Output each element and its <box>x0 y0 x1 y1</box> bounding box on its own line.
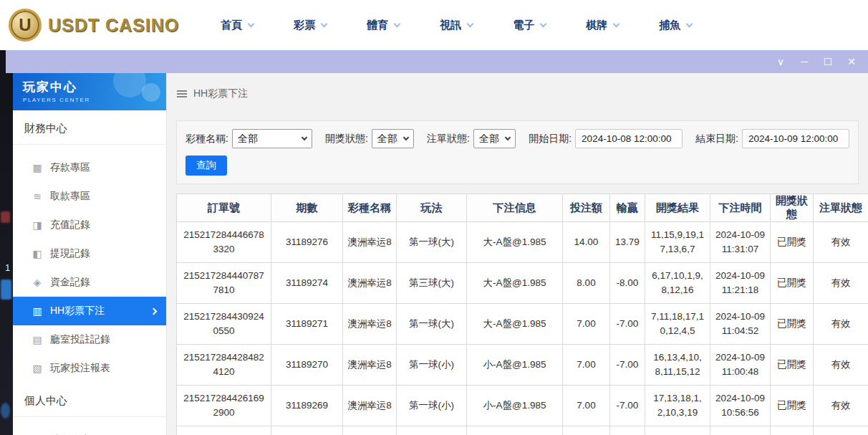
sidebar-item[interactable]: ◨ 充值記錄 <box>13 211 166 239</box>
table-row: 2152172844407877810 31189274 澳洲幸运8 第三球(大… <box>177 263 868 304</box>
cell-bet-time: 2024-10-09 10:56:56 <box>710 386 771 426</box>
nav-item-label: 棋牌 <box>586 19 607 32</box>
close-icon[interactable]: ✕ <box>842 53 861 70</box>
main-content: HH彩票下注 彩種名稱: 全部 開獎狀態: 全部 注單狀態: <box>167 73 868 435</box>
cell-draw-status: 已開獎 <box>771 263 814 304</box>
cell-order-number: 2152172844309240550 <box>177 304 271 345</box>
sidebar-item-label: 提現記錄 <box>50 247 90 260</box>
breadcrumb: HH彩票下注 <box>167 73 868 115</box>
cell-win-loss: 13.79 <box>610 222 645 263</box>
lottery-type-select[interactable]: 全部 <box>232 129 312 148</box>
cell-order-number: 2152172844261692900 <box>177 386 271 426</box>
column-header: 下注時間 <box>710 194 771 222</box>
minimize-icon[interactable]: ─ <box>795 53 814 70</box>
chevron-down-icon <box>467 21 474 28</box>
withdraw-icon: ≋ <box>30 191 44 202</box>
cell-bet-info: 大-A盤@1.985 <box>467 222 563 263</box>
select-value: 全部 <box>377 133 397 145</box>
cell-lottery-name: 澳洲幸运8 <box>343 304 397 345</box>
cell-draw-result: 11,15,9,19,17,13,6,7 <box>645 222 710 263</box>
search-button[interactable]: 查詢 <box>185 156 227 176</box>
sidebar-item[interactable]: ▥ HH彩票下注 <box>13 297 166 325</box>
cell-bet-time: 2024-10-09 11:21:18 <box>710 263 771 304</box>
bets-table: 訂單號 期數 彩種名稱 玩法 下注信息 投注額 輸贏 <box>176 193 868 435</box>
recharge-record-icon: ◨ <box>30 219 44 231</box>
cell-bet-time: 2024-10-09 11:00:48 <box>710 345 771 386</box>
finance-menu: ▦ 存款專區 ≋ 取款專區 ◨ 充值記錄 <box>13 145 166 383</box>
sidebar-item[interactable]: ▧ 玩家投注報表 <box>13 354 166 383</box>
draw-status-label: 開獎狀態: <box>325 133 368 145</box>
column-header: 彩種名稱 <box>343 194 397 222</box>
cell-order-number: 2152172844407877810 <box>177 263 271 304</box>
table-row: 2152172844284824120 31189270 澳洲幸运8 第一球(小… <box>177 345 868 386</box>
column-header: 玩法 <box>397 194 467 222</box>
column-header: 開獎狀態 <box>771 194 814 222</box>
nav-item[interactable]: 視訊 <box>440 19 473 32</box>
sidebar-item-label: 充值記錄 <box>50 219 90 231</box>
chevron-right-icon <box>150 307 158 315</box>
cell-bet-info: 大-A盤@1.985 <box>467 263 563 304</box>
page: U USDT CASINO 首頁 彩票 體育 <box>0 0 868 435</box>
chevron-down-icon <box>403 135 409 140</box>
sidebar-item-label: 存款專區 <box>50 161 90 174</box>
cell-draw-result: 7,11,18,17,10,12,4,5 <box>645 304 710 345</box>
nav-item-label: 彩票 <box>294 19 315 32</box>
cell-lottery-name: 澳洲幸运8 <box>343 222 397 263</box>
nav-item-label: 電子 <box>513 19 534 32</box>
column-header: 注單狀態 <box>814 194 868 222</box>
cell-draw-status: 已開獎 <box>771 345 814 386</box>
filter-row: 彩種名稱: 全部 開獎狀態: 全部 注單狀態: 全部 <box>185 129 849 148</box>
sidebar-item-label: 取款專區 <box>50 190 90 203</box>
sidebar-item[interactable]: ✉ 消息公告 <box>13 426 166 435</box>
cell-bet-status: 有效 <box>814 304 868 345</box>
bet-status-select[interactable]: 全部 <box>473 129 516 148</box>
cell-lottery-name: 澳洲幸运8 <box>343 386 397 426</box>
section-label-personal: 個人中心 <box>13 383 166 417</box>
nav-item[interactable]: 體育 <box>367 19 400 32</box>
cell-period: 31189271 <box>271 304 343 345</box>
withdrawal-record-icon: ◧ <box>30 248 44 259</box>
end-date-input[interactable] <box>742 129 849 148</box>
nav-item[interactable]: 捕魚 <box>659 19 692 32</box>
players-center-header: 玩家中心 PLAYERS CENTER <box>13 73 166 110</box>
nav-item[interactable]: 首頁 <box>221 19 254 32</box>
nav-item-label: 視訊 <box>440 19 461 32</box>
column-header: 開獎結果 <box>645 194 710 222</box>
collapse-icon[interactable]: ∨ <box>771 53 790 70</box>
draw-status-select[interactable]: 全部 <box>372 129 414 148</box>
sidebar-item[interactable]: ◈ 資金記錄 <box>13 268 166 297</box>
cell-period: 31189274 <box>271 263 343 304</box>
nav-item[interactable]: 彩票 <box>294 19 327 32</box>
nav-item-label: 首頁 <box>221 19 242 32</box>
site-logo[interactable]: U USDT CASINO <box>9 9 179 42</box>
cell-bet-status: 有效 <box>814 222 868 263</box>
sidebar-item[interactable]: ◧ 提現記錄 <box>13 239 166 268</box>
cell-period: 31189270 <box>271 345 343 386</box>
cell-draw-status: 已開獎 <box>771 222 814 263</box>
sidebar-item-label: 資金記錄 <box>50 276 90 289</box>
hamburger-menu-icon[interactable] <box>177 90 187 97</box>
maximize-icon[interactable]: ☐ <box>819 53 837 70</box>
sidebar-item[interactable]: ≋ 取款專區 <box>13 182 166 211</box>
background-fragment <box>1 279 11 300</box>
column-header: 期數 <box>271 194 343 222</box>
cell-draw-status: 已開獎 <box>771 386 814 426</box>
column-header: 投注額 <box>563 194 610 222</box>
sidebar-item-label: HH彩票下注 <box>50 305 105 317</box>
background-fragment <box>1 211 10 223</box>
main-nav: 首頁 彩票 體育 視訊 電子 <box>221 19 692 32</box>
nav-item[interactable]: 電子 <box>513 19 546 32</box>
start-date-input[interactable] <box>575 129 683 148</box>
sidebar-title: 玩家中心 <box>23 79 156 95</box>
nav-item[interactable]: 棋牌 <box>586 19 619 32</box>
table-row: 2152172844309240550 31189271 澳洲幸运8 第一球(大… <box>177 304 868 345</box>
table-row: 2152172844261692900 31189269 澳洲幸运8 第一球(小… <box>177 386 868 426</box>
cell-bet-info: 大-A盤@1.985 <box>467 304 563 345</box>
chevron-down-icon <box>394 21 401 28</box>
cell-bet-info: 小-A盤@1.985 <box>467 386 563 426</box>
column-header: 訂單號 <box>177 194 271 222</box>
sidebar-item[interactable]: ▤ 廳室投註記錄 <box>13 325 166 354</box>
sidebar-item[interactable]: ▦ 存款專區 <box>13 153 166 182</box>
column-header: 下注信息 <box>467 194 563 222</box>
background-page-strip: 1 <box>0 50 13 435</box>
